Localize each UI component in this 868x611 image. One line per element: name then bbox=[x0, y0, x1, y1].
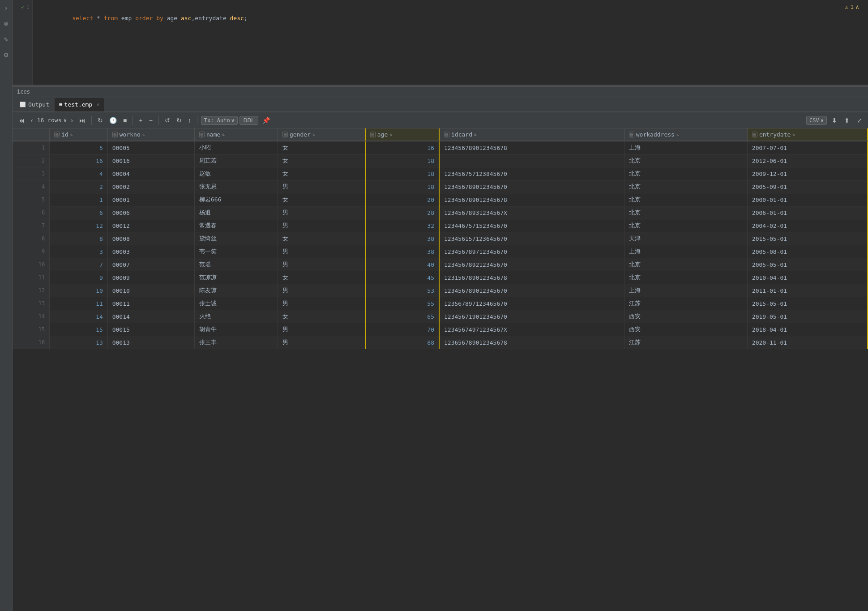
up-button[interactable]: ↑ bbox=[186, 116, 193, 125]
cell-name[interactable]: 小昭 bbox=[194, 141, 278, 154]
rows-selector[interactable]: 16 rows ∨ bbox=[37, 117, 67, 124]
table-row[interactable]: 10 7 00007 范瑶 男 40 123456789212345670 北京… bbox=[13, 258, 868, 271]
first-row-button[interactable]: ⏮ bbox=[16, 116, 27, 125]
cell-name[interactable]: 范凉凉 bbox=[194, 271, 278, 284]
cell-gender[interactable]: 男 bbox=[278, 258, 365, 271]
table-row[interactable]: 11 9 00009 范凉凉 女 45 123156789012345678 北… bbox=[13, 271, 868, 284]
age-sort-icon[interactable]: ⇅ bbox=[389, 132, 392, 137]
cell-id[interactable]: 1 bbox=[50, 193, 108, 206]
cell-age[interactable]: 18 bbox=[365, 154, 439, 167]
cell-workno[interactable]: 00002 bbox=[107, 180, 194, 193]
cell-name[interactable]: 胡青牛 bbox=[194, 323, 278, 336]
cell-workno[interactable]: 00013 bbox=[107, 336, 194, 349]
cell-name[interactable]: 赵敏 bbox=[194, 167, 278, 180]
prev-row-button[interactable]: ‹ bbox=[29, 116, 35, 125]
idcard-sort-icon[interactable]: ⇅ bbox=[474, 132, 477, 137]
download-button[interactable]: ⬇ bbox=[830, 116, 839, 125]
cell-age[interactable]: 53 bbox=[365, 284, 439, 297]
table-row[interactable]: 6 6 00006 杨逍 男 28 12345678931234567X 北京 … bbox=[13, 206, 868, 219]
entrydate-sort-icon[interactable]: ⇅ bbox=[792, 132, 795, 137]
cell-id[interactable]: 6 bbox=[50, 206, 108, 219]
cell-gender[interactable]: 男 bbox=[278, 336, 365, 349]
cell-name[interactable]: 杨逍 bbox=[194, 206, 278, 219]
cell-workno[interactable]: 00007 bbox=[107, 258, 194, 271]
cell-gender[interactable]: 女 bbox=[278, 310, 365, 323]
cell-age[interactable]: 28 bbox=[365, 206, 439, 219]
cell-idcard[interactable] bbox=[439, 154, 624, 167]
cell-idcard[interactable]: 123656789012345678 bbox=[439, 336, 624, 349]
cell-name[interactable]: 陈友谅 bbox=[194, 284, 278, 297]
cell-age[interactable]: 45 bbox=[365, 271, 439, 284]
cell-gender[interactable]: 女 bbox=[278, 154, 365, 167]
tx-auto-selector[interactable]: Tx: Auto ∨ bbox=[201, 116, 238, 125]
sidebar-db-icon[interactable]: ⊗ bbox=[4, 16, 9, 31]
csv-selector[interactable]: CSV ∨ bbox=[806, 116, 827, 125]
cell-workaddress[interactable]: 北京 bbox=[624, 154, 747, 167]
header-name[interactable]: ▤ name ⇅ bbox=[194, 128, 278, 141]
cell-idcard[interactable]: 123456789012345670 bbox=[439, 284, 624, 297]
table-row[interactable]: 13 11 00011 张士诚 男 55 123567897123465670 … bbox=[13, 297, 868, 310]
cell-gender[interactable]: 男 bbox=[278, 180, 365, 193]
cell-workno[interactable]: 00001 bbox=[107, 193, 194, 206]
sidebar-settings-icon[interactable]: ⚙ bbox=[4, 47, 9, 63]
cell-name[interactable]: 柳岩666 bbox=[194, 193, 278, 206]
cell-id[interactable]: 9 bbox=[50, 271, 108, 284]
table-row[interactable]: 7 12 00012 常遇春 男 32 123446757152345670 北… bbox=[13, 219, 868, 232]
cell-entrydate[interactable]: 2004-02-01 bbox=[747, 219, 868, 232]
table-row[interactable]: 4 2 00002 张无忌 男 18 123456789012345670 北京… bbox=[13, 180, 868, 193]
cell-name[interactable]: 张士诚 bbox=[194, 297, 278, 310]
table-row[interactable]: 16 13 00013 张三丰 男 88 123656789012345678 … bbox=[13, 336, 868, 349]
cell-age[interactable]: 18 bbox=[365, 180, 439, 193]
cell-idcard[interactable]: 123456157123645670 bbox=[439, 232, 624, 245]
cell-gender[interactable]: 男 bbox=[278, 219, 365, 232]
cell-name[interactable]: 张无忌 bbox=[194, 180, 278, 193]
sidebar-arrow-icon[interactable]: › bbox=[4, 0, 9, 16]
table-row[interactable]: 5 1 00001 柳岩666 女 20 123456789012345678 … bbox=[13, 193, 868, 206]
cell-entrydate[interactable]: 2007-07-01 bbox=[747, 141, 868, 154]
cell-id[interactable]: 7 bbox=[50, 258, 108, 271]
cell-id[interactable]: 13 bbox=[50, 336, 108, 349]
id-sort-icon[interactable]: ⇅ bbox=[70, 132, 73, 137]
cell-age[interactable]: 16 bbox=[365, 141, 439, 154]
cell-age[interactable]: 88 bbox=[365, 336, 439, 349]
remove-row-button[interactable]: − bbox=[147, 116, 155, 125]
cell-gender[interactable]: 男 bbox=[278, 206, 365, 219]
table-row[interactable]: 8 8 00008 黛绮丝 女 38 123456157123645670 天津… bbox=[13, 232, 868, 245]
gender-sort-icon[interactable]: ⇅ bbox=[312, 132, 315, 137]
cell-gender[interactable]: 女 bbox=[278, 271, 365, 284]
stop-button[interactable]: ■ bbox=[121, 116, 129, 125]
add-row-button[interactable]: + bbox=[137, 116, 145, 125]
header-entrydate[interactable]: ▤ entrydate ⇅ bbox=[747, 128, 868, 141]
cell-name[interactable]: 黛绮丝 bbox=[194, 232, 278, 245]
cell-gender[interactable]: 男 bbox=[278, 323, 365, 336]
cell-idcard[interactable]: 123456757123845670 bbox=[439, 167, 624, 180]
cell-idcard[interactable]: 123156789012345678 bbox=[439, 271, 624, 284]
expand-button[interactable]: ⤢ bbox=[855, 116, 864, 125]
tab-test-emp-close[interactable]: × bbox=[96, 102, 99, 107]
redo-button[interactable]: ↻ bbox=[174, 116, 184, 125]
header-id[interactable]: ▤ id ⇅ bbox=[50, 128, 108, 141]
cell-id[interactable]: 2 bbox=[50, 180, 108, 193]
cell-age[interactable]: 65 bbox=[365, 310, 439, 323]
cell-id[interactable]: 12 bbox=[50, 219, 108, 232]
cell-entrydate[interactable]: 2011-01-01 bbox=[747, 284, 868, 297]
pin-button[interactable]: 📌 bbox=[260, 116, 272, 125]
cell-entrydate[interactable]: 2015-05-01 bbox=[747, 297, 868, 310]
cell-age[interactable]: 38 bbox=[365, 232, 439, 245]
cell-workno[interactable]: 00003 bbox=[107, 245, 194, 258]
header-workaddress[interactable]: ▤ workaddress ⇅ bbox=[624, 128, 747, 141]
table-row[interactable]: 1 5 00005 小昭 女 16 123456789012345678 上海 … bbox=[13, 141, 868, 154]
cell-id[interactable]: 4 bbox=[50, 167, 108, 180]
tab-test-emp[interactable]: ⊞ test.emp × bbox=[55, 98, 104, 111]
cell-idcard[interactable]: 123456719012345670 bbox=[439, 310, 624, 323]
cell-idcard[interactable]: 12345678931234567X bbox=[439, 206, 624, 219]
table-row[interactable]: 9 3 00003 韦一笑 男 38 123456789712345670 上海… bbox=[13, 245, 868, 258]
header-gender[interactable]: ▤ gender ⇅ bbox=[278, 128, 365, 141]
table-row[interactable]: 2 16 00016 周芷若 女 18 北京 2012-06-01 bbox=[13, 154, 868, 167]
table-container[interactable]: ▤ id ⇅ ▤ workno ⇅ bbox=[13, 128, 868, 349]
cell-workno[interactable]: 00009 bbox=[107, 271, 194, 284]
cell-gender[interactable]: 女 bbox=[278, 167, 365, 180]
cell-entrydate[interactable]: 2005-05-01 bbox=[747, 258, 868, 271]
sql-content[interactable]: select * from emp order by age asc,entry… bbox=[33, 0, 868, 85]
cell-entrydate[interactable]: 2010-04-01 bbox=[747, 271, 868, 284]
